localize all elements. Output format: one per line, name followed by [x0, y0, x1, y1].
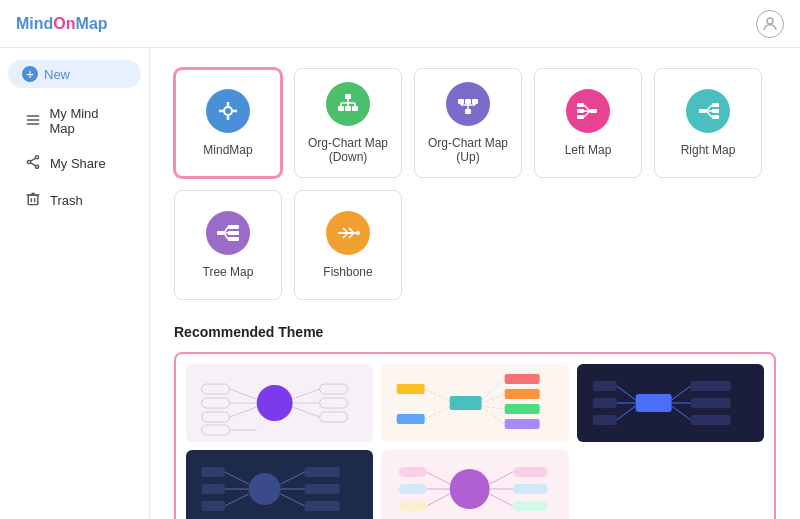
svg-rect-104 [592, 381, 616, 391]
map-card-org-down[interactable]: Org-Chart Map (Down) [294, 68, 402, 178]
mindmap-label: MindMap [203, 143, 252, 157]
svg-rect-118 [202, 467, 225, 477]
trash-icon [24, 191, 42, 210]
svg-rect-40 [577, 109, 584, 113]
svg-line-58 [224, 233, 228, 239]
svg-rect-96 [635, 394, 671, 412]
main-layout: + New My Mind Map [0, 48, 800, 519]
logo-mind: Mind [16, 15, 53, 33]
user-avatar[interactable] [756, 10, 784, 38]
logo-on: On [53, 15, 75, 33]
svg-line-56 [224, 227, 228, 233]
svg-rect-136 [399, 501, 427, 511]
svg-rect-98 [690, 381, 730, 391]
sidebar-item-trash[interactable]: Trash [8, 183, 141, 218]
svg-rect-46 [712, 103, 719, 107]
svg-rect-132 [399, 467, 427, 477]
fishbone-icon [326, 211, 370, 255]
svg-line-51 [706, 111, 712, 117]
svg-point-0 [767, 18, 773, 24]
svg-line-49 [706, 105, 712, 111]
svg-rect-22 [345, 106, 351, 111]
svg-point-6 [35, 165, 38, 168]
svg-rect-134 [399, 484, 427, 494]
svg-line-7 [31, 158, 36, 161]
svg-point-124 [450, 469, 490, 509]
svg-rect-47 [712, 109, 719, 113]
org-down-label: Org-Chart Map (Down) [295, 136, 401, 164]
theme-card-5[interactable] [381, 450, 568, 519]
svg-rect-106 [592, 398, 616, 408]
svg-line-44 [584, 111, 590, 117]
map-card-tree[interactable]: Tree Map [174, 190, 282, 300]
svg-point-5 [27, 160, 30, 163]
right-map-label: Right Map [681, 143, 736, 157]
svg-rect-9 [28, 195, 38, 205]
svg-rect-122 [202, 501, 225, 511]
my-mind-map-label: My Mind Map [49, 106, 125, 136]
org-up-icon [446, 82, 490, 126]
map-card-right[interactable]: Right Map [654, 68, 762, 178]
left-map-label: Left Map [565, 143, 612, 157]
svg-rect-30 [458, 99, 464, 104]
svg-rect-126 [513, 467, 548, 477]
svg-rect-3 [26, 123, 39, 125]
theme-card-3[interactable] [577, 364, 764, 442]
svg-line-8 [31, 163, 36, 166]
svg-rect-92 [397, 384, 425, 394]
svg-rect-1 [26, 115, 39, 117]
svg-rect-39 [577, 103, 584, 107]
my-share-label: My Share [50, 156, 106, 171]
sidebar-item-my-mind-map[interactable]: My Mind Map [8, 98, 141, 144]
svg-point-4 [35, 156, 38, 159]
svg-rect-94 [397, 414, 425, 424]
svg-rect-21 [338, 106, 344, 111]
svg-rect-88 [505, 389, 540, 399]
theme-card-4[interactable] [186, 450, 373, 519]
recommended-theme-section: Recommended Theme [174, 324, 776, 519]
theme-card-2[interactable] [381, 364, 568, 442]
map-card-fishbone[interactable]: Fishbone [294, 190, 402, 300]
svg-rect-41 [577, 115, 584, 119]
svg-rect-120 [202, 484, 225, 494]
svg-rect-45 [699, 109, 706, 113]
svg-rect-38 [590, 109, 597, 113]
svg-rect-100 [690, 398, 730, 408]
svg-rect-48 [712, 115, 719, 119]
svg-rect-29 [465, 109, 471, 114]
new-button[interactable]: + New [8, 60, 141, 88]
sidebar-item-my-share[interactable]: My Share [8, 146, 141, 181]
svg-rect-32 [472, 99, 478, 104]
svg-rect-53 [228, 225, 239, 229]
plus-icon: + [22, 66, 38, 82]
svg-rect-2 [26, 119, 39, 121]
org-down-icon [326, 82, 370, 126]
tree-map-icon [206, 211, 250, 255]
sidebar: + New My Mind Map [0, 48, 150, 519]
svg-rect-90 [505, 419, 540, 429]
logo-map: Map [76, 15, 108, 33]
list-icon [24, 112, 41, 131]
svg-rect-89 [505, 404, 540, 414]
svg-rect-52 [217, 231, 224, 235]
svg-rect-128 [513, 484, 548, 494]
map-card-org-up[interactable]: Org-Chart Map (Up) [414, 68, 522, 178]
right-map-icon [686, 89, 730, 133]
svg-rect-108 [592, 415, 616, 425]
recommended-theme-title: Recommended Theme [174, 324, 776, 340]
svg-rect-55 [228, 237, 239, 241]
svg-rect-114 [305, 484, 340, 494]
svg-point-15 [225, 108, 231, 114]
svg-rect-112 [305, 467, 340, 477]
svg-point-110 [249, 473, 281, 505]
svg-rect-31 [465, 99, 471, 104]
org-up-label: Org-Chart Map (Up) [415, 136, 521, 164]
logo: MindOnMap [16, 15, 108, 33]
svg-rect-130 [513, 501, 548, 511]
svg-point-64 [356, 231, 360, 235]
svg-rect-116 [305, 501, 340, 511]
map-card-mindmap[interactable]: MindMap [174, 68, 282, 178]
svg-rect-20 [345, 94, 351, 99]
map-card-left[interactable]: Left Map [534, 68, 642, 178]
theme-card-1[interactable] [186, 364, 373, 442]
